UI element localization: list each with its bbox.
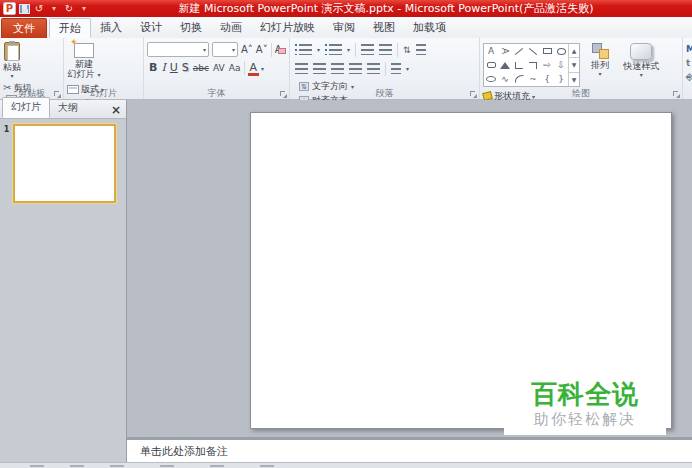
tab-view[interactable]: 视图 (364, 18, 404, 38)
shape-curve-icon[interactable]: ~ (526, 72, 540, 86)
shape-rectangle-icon[interactable] (540, 44, 554, 58)
tab-animations[interactable]: 动画 (211, 18, 251, 38)
tab-insert[interactable]: 插入 (91, 18, 131, 38)
underline-button[interactable]: U (170, 61, 178, 75)
shrink-font-icon[interactable]: A˅ (256, 44, 268, 55)
shapes-gallery-more-icon[interactable]: ▼ (569, 72, 579, 86)
decrease-indent-icon[interactable] (361, 44, 374, 55)
shapes-gallery-scrollbar[interactable]: ▲ ▼ ▼ (568, 44, 579, 86)
shape-vertical-textbox-icon[interactable]: A (498, 44, 512, 58)
character-spacing-button[interactable]: AV (213, 61, 225, 75)
font-name-dropdown-icon[interactable]: ▾ (203, 46, 206, 53)
font-color-dropdown-icon[interactable]: ▾ (261, 65, 264, 72)
divider (385, 62, 386, 76)
panel-tab-outline[interactable]: 大纲 (50, 99, 86, 118)
shape-triangle-icon[interactable] (498, 58, 512, 72)
quick-styles-dropdown-icon[interactable]: ▾ (640, 71, 643, 78)
undo-icon[interactable]: ↺ (33, 2, 45, 15)
align-left-icon[interactable] (295, 63, 308, 74)
powerpoint-logo-icon[interactable]: P (3, 2, 16, 15)
shape-scribble-icon[interactable]: ∿ (498, 72, 512, 86)
font-size-dropdown-icon[interactable]: ▾ (232, 46, 235, 53)
slides-panel: 幻灯片 大纲 × 1 (0, 100, 127, 462)
shape-arrow-line-icon[interactable] (526, 44, 540, 58)
columns-dropdown-icon[interactable]: ▾ (406, 65, 409, 72)
tab-design[interactable]: 设计 (131, 18, 171, 38)
shape-down-arrow-icon[interactable]: ⇩ (554, 58, 568, 72)
tab-addins[interactable]: 加载项 (404, 18, 455, 38)
divider (355, 43, 356, 57)
replace-icon[interactable]: t (686, 58, 690, 68)
clipboard-dialog-launcher-icon[interactable] (54, 91, 61, 98)
shape-left-brace-icon[interactable]: { (540, 72, 554, 86)
text-shadow-button[interactable]: S (182, 61, 189, 75)
align-center-icon[interactable] (313, 63, 326, 74)
tab-file[interactable]: 文件 (1, 18, 47, 38)
bullets-icon[interactable] (299, 44, 312, 55)
slide-thumbnail-row: 1 (0, 119, 126, 203)
shape-arc-icon[interactable] (512, 72, 526, 86)
paste-label: 粘贴 (3, 62, 21, 72)
undo-dropdown-icon[interactable]: ▾ (48, 2, 60, 15)
font-size-combo[interactable]: ▾ (212, 42, 238, 57)
tab-review[interactable]: 审阅 (324, 18, 364, 38)
bold-button[interactable]: B (149, 61, 157, 75)
paste-button[interactable]: 粘贴 ▾ (3, 40, 21, 79)
panel-tab-slides[interactable]: 幻灯片 (2, 97, 50, 118)
panel-close-icon[interactable]: × (111, 102, 121, 118)
distribute-icon[interactable] (367, 63, 380, 74)
watermark: 百科全说 助你轻松解决 (504, 372, 666, 435)
shape-right-brace-icon[interactable]: } (554, 72, 568, 86)
quick-styles-button[interactable]: 快速样式 ▾ (620, 40, 662, 78)
change-case-button[interactable]: Aa (229, 61, 241, 75)
group-slides-label: 幻灯片 (64, 88, 143, 99)
tab-home[interactable]: 开始 (49, 18, 91, 38)
notes-pane[interactable]: 单击此处添加备注 (127, 437, 692, 462)
paragraph-dialog-launcher-icon[interactable] (470, 91, 477, 98)
slide-thumbnail[interactable] (13, 124, 116, 203)
group-slides: 新建 幻灯片 ▾ 版式 ▾ 重设 节 ▾ 幻灯片 (64, 38, 144, 99)
shape-line-icon[interactable] (512, 44, 526, 58)
arrange-dropdown-icon[interactable]: ▾ (599, 70, 602, 77)
numbering-icon[interactable] (329, 44, 342, 55)
clear-formatting-icon[interactable]: A (275, 44, 282, 55)
shape-oval-icon[interactable] (554, 44, 568, 58)
divider (271, 43, 272, 57)
strikethrough-button[interactable]: abc (193, 61, 209, 75)
bullets-dropdown-icon[interactable]: ▾ (317, 46, 320, 53)
grow-font-icon[interactable]: A˄ (241, 44, 253, 55)
justify-icon[interactable] (349, 63, 362, 74)
font-color-button[interactable]: A (249, 62, 257, 74)
save-icon[interactable] (19, 4, 30, 14)
font-dialog-launcher-icon[interactable] (280, 91, 287, 98)
arrange-button[interactable]: 排列 ▾ (585, 40, 615, 77)
powerpoint-window: P ↺ ▾ ↻ ▾ 新建 Microsoft PowerPoint 演示文稿.p… (0, 0, 692, 468)
drawing-dialog-launcher-icon[interactable] (673, 91, 680, 98)
new-slide-dropdown-icon[interactable]: ▾ (97, 71, 100, 78)
numbering-dropdown-icon[interactable]: ▾ (347, 46, 350, 53)
columns-icon[interactable] (391, 63, 401, 74)
new-slide-button[interactable]: 新建 幻灯片 ▾ (67, 40, 101, 80)
shape-textbox-icon[interactable]: A (484, 44, 498, 58)
paste-dropdown-icon[interactable]: ▾ (10, 72, 13, 79)
new-slide-label-2: 幻灯片 (68, 69, 95, 79)
increase-indent-icon[interactable] (379, 44, 392, 55)
line-spacing-icon[interactable]: ⇅ (403, 45, 411, 55)
shape-cloud-icon[interactable] (484, 72, 498, 86)
shape-right-arrow-icon[interactable]: ⇨ (540, 58, 554, 72)
font-name-combo[interactable]: ▾ (147, 42, 209, 57)
shapes-scroll-up-icon[interactable]: ▲ (569, 44, 579, 57)
tab-slideshow[interactable]: 幻灯片放映 (251, 18, 324, 38)
redo-icon[interactable]: ↻ (63, 2, 75, 15)
italic-button[interactable]: I (161, 61, 165, 75)
group-editing-partial: M t ⎆ (683, 38, 692, 99)
shape-elbow-arrow-icon[interactable] (526, 58, 540, 72)
shape-elbow-connector-icon[interactable] (512, 58, 526, 72)
tab-transitions[interactable]: 切换 (171, 18, 211, 38)
align-right-icon[interactable] (331, 63, 344, 74)
shape-rounded-rectangle-icon[interactable] (484, 58, 498, 72)
find-icon[interactable]: M (686, 44, 692, 54)
shapes-scroll-down-icon[interactable]: ▼ (569, 57, 579, 71)
select-icon[interactable]: ⎆ (686, 72, 692, 83)
qat-customize-icon[interactable]: ▾ (78, 2, 90, 15)
